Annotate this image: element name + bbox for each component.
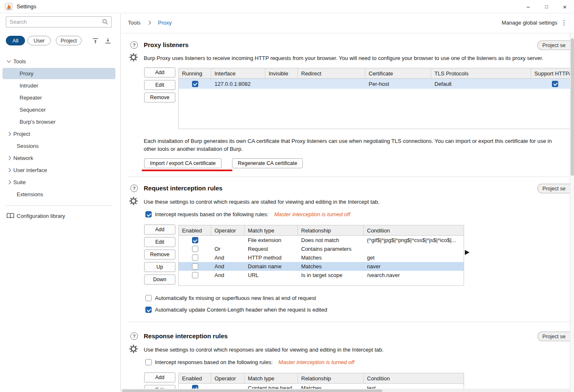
- column-tls-protocols: TLS Protocols: [431, 68, 531, 78]
- ca-certificate-note-line1: Each installation of Burp generates its …: [144, 137, 570, 145]
- sidebar-item-extensions[interactable]: Extensions: [0, 188, 120, 200]
- project-settings-badge[interactable]: Project se: [537, 40, 570, 50]
- book-icon: [7, 212, 14, 220]
- enabled-cell: [179, 272, 211, 278]
- chevron-down-icon: [7, 59, 11, 63]
- tree-group-project[interactable]: Project: [0, 128, 120, 140]
- tree-group-tools[interactable]: Tools: [0, 55, 120, 67]
- rule-enabled-checkbox[interactable]: [192, 246, 198, 252]
- breadcrumb-tools[interactable]: Tools: [128, 20, 140, 26]
- sidebar-item-proxy[interactable]: Proxy: [0, 67, 120, 80]
- rule-enabled-checkbox[interactable]: [192, 237, 198, 243]
- horizontal-scrollbar[interactable]: [121, 389, 570, 392]
- add-rule-button[interactable]: Add: [144, 372, 175, 382]
- maximize-button[interactable]: □: [537, 0, 556, 13]
- minimize-button[interactable]: −: [519, 0, 537, 13]
- edit-rule-button[interactable]: Edit: [144, 237, 175, 247]
- settings-sidebar: All User Project Tools Proxy Intruder Re…: [0, 14, 121, 392]
- listener-row[interactable]: 127.0.0.1:8082 Per-host Default: [179, 79, 574, 89]
- running-checkbox[interactable]: [192, 81, 198, 87]
- update-content-length-checkbox[interactable]: [145, 307, 152, 313]
- gear-icon[interactable]: [129, 345, 138, 355]
- add-rule-button[interactable]: Add: [144, 225, 175, 235]
- operator-cell: And: [211, 272, 245, 278]
- tree-group-suite[interactable]: Suite: [0, 176, 120, 188]
- column-operator: Operator: [211, 373, 245, 383]
- breadcrumb-proxy[interactable]: Proxy: [158, 20, 172, 26]
- remove-rule-button[interactable]: Remove: [144, 250, 175, 260]
- edit-listener-button[interactable]: Edit: [144, 80, 175, 90]
- up-rule-button[interactable]: Up: [144, 262, 175, 272]
- running-cell: [179, 81, 211, 87]
- help-icon[interactable]: ?: [130, 185, 138, 192]
- rule-row[interactable]: File extension Does not match (^gif$|^jp…: [179, 236, 464, 245]
- sidebar-item-sessions[interactable]: Sessions: [0, 140, 120, 152]
- tree-group-user-interface[interactable]: User interface: [0, 164, 120, 176]
- help-icon[interactable]: ?: [130, 332, 138, 340]
- filter-user-pill[interactable]: User: [27, 36, 51, 45]
- sidebar-item-sequencer[interactable]: Sequencer: [0, 104, 120, 116]
- horizontal-scrollbar-thumb[interactable]: [122, 390, 382, 392]
- section-description: Use these settings to control which requ…: [144, 199, 570, 205]
- filter-project-pill[interactable]: Project: [56, 36, 82, 45]
- gear-icon[interactable]: [129, 53, 138, 63]
- http2-checkbox[interactable]: [552, 81, 558, 87]
- rule-enabled-checkbox[interactable]: [192, 272, 198, 278]
- down-rule-button[interactable]: Down: [144, 275, 175, 285]
- operator-cell: And: [211, 263, 245, 270]
- match-type-cell: File extension: [245, 237, 298, 243]
- rule-row[interactable]: Or Request Contains parameters: [179, 245, 464, 253]
- column-enabled: Enabled: [179, 373, 211, 383]
- column-certificate: Certificate: [365, 68, 431, 78]
- vertical-scrollbar-thumb[interactable]: [571, 38, 574, 176]
- vertical-scrollbar[interactable]: [570, 33, 574, 392]
- kebab-menu-icon[interactable]: ⋮: [561, 19, 567, 27]
- intercept-requests-label: Intercept requests based on the followin…: [155, 211, 268, 217]
- relationship-cell: Matches: [298, 263, 364, 270]
- filter-all-pill[interactable]: All: [6, 36, 25, 45]
- manage-global-settings-link[interactable]: Manage global settings: [502, 20, 557, 26]
- project-settings-badge[interactable]: Project se: [537, 332, 570, 341]
- intercept-responses-label: Intercept responses based on the followi…: [155, 359, 273, 365]
- rule-row[interactable]: And HTTP method Matches get: [179, 253, 464, 262]
- column-condition: Condition: [364, 225, 464, 235]
- sidebar-item-burps-browser[interactable]: Burp's browser: [0, 116, 120, 128]
- rule-row[interactable]: And URL Is in target scope /search.naver: [179, 271, 464, 280]
- section-title: Request interception rules: [144, 185, 222, 192]
- collapse-all-icon[interactable]: [90, 36, 101, 46]
- fix-newlines-checkbox[interactable]: [145, 295, 152, 301]
- intercept-responses-checkbox[interactable]: [145, 359, 152, 365]
- relationship-cell: Matches: [298, 255, 364, 261]
- mouse-cursor: [465, 250, 469, 255]
- configuration-library-item[interactable]: Configuration library: [0, 210, 120, 222]
- expand-all-icon[interactable]: [102, 36, 113, 46]
- certificate-cell: Per-host: [365, 81, 431, 87]
- breadcrumb: Tools Proxy Manage global settings ⋮: [121, 14, 574, 33]
- sidebar-item-repeater[interactable]: Repeater: [0, 92, 120, 104]
- search-box[interactable]: [6, 16, 112, 27]
- add-listener-button[interactable]: Add: [144, 67, 175, 77]
- interface-cell: 127.0.0.1:8082: [211, 81, 265, 87]
- remove-listener-button[interactable]: Remove: [144, 92, 175, 102]
- intercept-requests-checkbox[interactable]: [145, 211, 152, 217]
- sidebar-item-intruder[interactable]: Intruder: [0, 80, 120, 92]
- project-settings-badge[interactable]: Project se: [537, 184, 570, 193]
- section-response-interception: ? Response interception rules Project se…: [121, 322, 574, 392]
- enabled-cell: [179, 237, 211, 243]
- relationship-cell: Is in target scope: [298, 272, 364, 278]
- import-export-ca-button[interactable]: Import / export CA certificate: [144, 158, 222, 168]
- regenerate-ca-button[interactable]: Regenerate CA certificate: [232, 158, 303, 168]
- condition-cell: get: [364, 255, 464, 261]
- rule-row-selected[interactable]: And Domain name Matches naver: [179, 262, 464, 271]
- rule-enabled-checkbox[interactable]: [192, 255, 198, 261]
- search-input[interactable]: [10, 19, 102, 25]
- table-header-row: Enabled Operator Match type Relationship…: [179, 373, 464, 384]
- gear-icon[interactable]: [129, 197, 138, 207]
- column-match-type: Match type: [245, 373, 298, 383]
- help-icon[interactable]: ?: [130, 41, 138, 49]
- burp-app-icon: [5, 3, 12, 10]
- chevron-right-icon: [7, 156, 11, 160]
- tree-group-network[interactable]: Network: [0, 152, 120, 164]
- close-button[interactable]: ×: [556, 0, 574, 13]
- rule-enabled-checkbox[interactable]: [192, 263, 198, 270]
